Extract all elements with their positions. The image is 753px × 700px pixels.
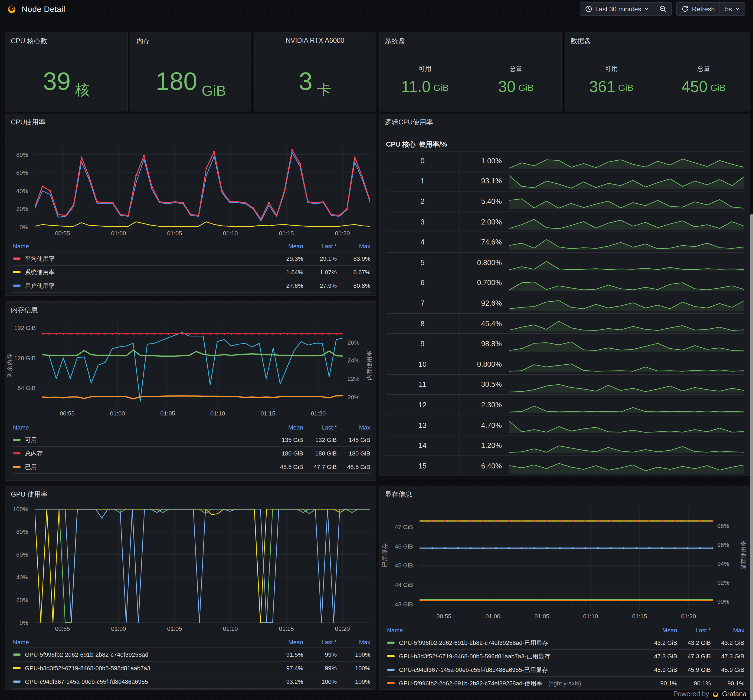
legend-row: 已用45.5 GiB47.7 GiB48.5 GiB: [13, 460, 370, 474]
refresh-button[interactable]: Refresh: [677, 3, 720, 15]
vram-x-axis: 00:5501:0001:0501:1001:1501:20: [420, 613, 713, 622]
legend-value: 83.9%: [337, 255, 370, 262]
gpu-chart[interactable]: [34, 508, 370, 623]
legend-column-header[interactable]: Last *: [303, 639, 337, 645]
axis-tick-label: 20%: [16, 597, 28, 603]
time-tick-label: 01:05: [160, 410, 175, 416]
legend-value: 47.3 GiB: [711, 653, 744, 659]
legend-column-header[interactable]: Name: [13, 243, 270, 249]
zoom-out-button[interactable]: [654, 3, 672, 15]
legend-color-swatch: [387, 682, 395, 684]
legend-series-name[interactable]: GPU-c94df367-145a-90eb-c55f-fd8d486a6955: [13, 678, 270, 685]
legend-row: GPU-5f996fb2-2d62-691b-2b82-c74ef39258ad…: [387, 677, 744, 690]
legend-series-name[interactable]: GPU-5f996fb2-2d62-691b-2b82-c74ef39258ad…: [387, 639, 644, 647]
legend-row: GPU-5f996fb2-2d62-691b-2b82-c74ef39258ad…: [13, 648, 370, 662]
cpu-core-usage: 4.70%: [459, 421, 505, 429]
legend-value: 45.9 GiB: [644, 666, 677, 673]
legend-color-swatch: [387, 642, 395, 644]
mem-x-axis: 00:5501:0001:0501:1001:1501:20: [42, 410, 343, 419]
legend-column-header[interactable]: Last *: [677, 627, 711, 633]
legend-color-swatch: [13, 452, 20, 454]
cpu-core-row: 60.700%: [386, 273, 744, 293]
cpu-core-usage: 1.20%: [459, 441, 505, 449]
legend-series-name[interactable]: GPU-c94df367-145a-90eb-c55f-fd8d486a6955…: [387, 666, 644, 674]
mem-y-axis-left: 64 GiB128 GiB192 GiB: [13, 323, 40, 407]
page-scrollbar-thumb[interactable]: [750, 214, 753, 700]
legend-value: 1.07%: [303, 269, 337, 275]
panel-title: 内存: [136, 37, 150, 46]
legend-column-header[interactable]: Mean: [270, 243, 303, 249]
stat-panel-gpu-count: NVIDIA RTX A6000 3卡: [254, 33, 376, 111]
col-header-usage[interactable]: 使用率/%: [416, 140, 447, 149]
time-tick-label: 01:15: [260, 410, 275, 416]
legend-column-header[interactable]: Mean: [270, 424, 303, 430]
col-header-core[interactable]: CPU 核心: [386, 140, 416, 149]
legend-column-header[interactable]: Max: [337, 243, 370, 249]
cpu-core-sparkline: [509, 375, 744, 394]
legend-row: GPU-5f996fb2-2d62-691b-2b82-c74ef39258ad…: [387, 636, 744, 650]
legend-color-swatch: [13, 271, 20, 273]
stat-value: 180: [156, 69, 197, 94]
time-tick-label: 01:05: [534, 613, 549, 619]
legend-value: 29.3%: [270, 255, 303, 262]
time-tick-label: 01:10: [223, 230, 237, 236]
legend-column-header[interactable]: Last *: [303, 424, 337, 430]
legend-column-header[interactable]: Name: [13, 639, 270, 645]
legend-column-header[interactable]: Mean: [644, 627, 677, 633]
time-tick-label: 00:55: [55, 230, 70, 236]
axis-tick-label: 100%: [13, 506, 28, 512]
legend-series-name[interactable]: 平均使用率: [13, 254, 270, 263]
legend-value: 100%: [337, 651, 370, 658]
legend-series-name[interactable]: GPU-b3d3f52f-6719-8468-00b5-598d81aab7a3: [13, 665, 270, 671]
cpu-core-id: 13: [386, 415, 459, 435]
stat-value: 30: [498, 79, 516, 95]
legend-column-header[interactable]: Mean: [270, 639, 303, 645]
legend-column-header[interactable]: Max: [337, 639, 370, 645]
cpu-core-usage: 92.6%: [459, 299, 505, 307]
legend-value: 100%: [337, 665, 370, 671]
axis-tick-label: 45 GiB: [395, 562, 413, 569]
legend-row: 系统使用率1.64%1.07%6.67%: [13, 266, 370, 279]
cpu-core-id: 8: [386, 314, 459, 334]
legend-series-name[interactable]: 用户使用率: [13, 282, 270, 290]
cpu-core-usage: 98.8%: [459, 340, 505, 348]
cpu-core-row: 156.40%: [386, 456, 744, 476]
legend-series-name[interactable]: 系统使用率: [13, 268, 270, 276]
stat-panel-data-disk: 数据盘 可用 361GiB 总量 450GiB: [565, 33, 750, 111]
legend-series-name[interactable]: 可用: [13, 436, 270, 444]
chevron-down-icon: [735, 6, 740, 11]
axis-tick-label: 96%: [717, 541, 729, 548]
axis-tick-label: 0%: [19, 619, 28, 626]
stat-value: 3: [298, 69, 312, 94]
legend-column-header[interactable]: Name: [13, 424, 270, 430]
legend-column-header[interactable]: Max: [711, 627, 744, 633]
cpu-core-sparkline: [509, 273, 744, 293]
time-tick-label: 01:10: [583, 613, 598, 619]
cpu-chart[interactable]: [34, 145, 370, 227]
legend-column-header[interactable]: Last *: [303, 243, 337, 249]
vram-chart[interactable]: [420, 507, 713, 610]
axis-tick-label: 128 GiB: [14, 355, 36, 362]
refresh-interval-picker[interactable]: 5s: [720, 3, 745, 15]
legend-color-swatch: [13, 257, 20, 260]
legend-series-name[interactable]: GPU-5f996fb2-2d62-691b-2b82-c74ef39258ad…: [387, 679, 644, 687]
legend-column-header[interactable]: Name: [387, 627, 644, 633]
legend-series-name[interactable]: 总内存: [13, 449, 270, 457]
legend-series-name[interactable]: 已用: [13, 463, 270, 471]
stat-unit: GiB: [202, 83, 226, 101]
legend-color-swatch: [13, 667, 20, 669]
cpu-core-usage: 30.5%: [459, 380, 505, 389]
legend-value: 1.64%: [270, 269, 303, 275]
logical-cpu-table: 01.00%193.1%25.40%32.00%474.6%50.800%60.…: [386, 151, 744, 476]
legend-series-name[interactable]: GPU-b3d3f52f-6719-8468-00b5-598d81aab7a3…: [387, 652, 644, 660]
legend-header: NameMeanLast *Max: [13, 422, 370, 433]
cpu-core-usage: 2.00%: [459, 218, 505, 226]
legend-value: 45.5 GiB: [270, 464, 303, 470]
grafana-brand-link[interactable]: Grafana: [722, 690, 747, 698]
legend-series-name[interactable]: GPU-5f996fb2-2d62-691b-2b82-c74ef39258ad: [13, 651, 270, 658]
time-tick-label: 01:10: [210, 410, 225, 416]
time-range-picker[interactable]: Last 30 minutes: [580, 3, 654, 15]
legend-column-header[interactable]: Max: [337, 424, 370, 430]
mem-chart[interactable]: [42, 323, 343, 407]
cpu-core-usage: 2.30%: [459, 401, 505, 409]
